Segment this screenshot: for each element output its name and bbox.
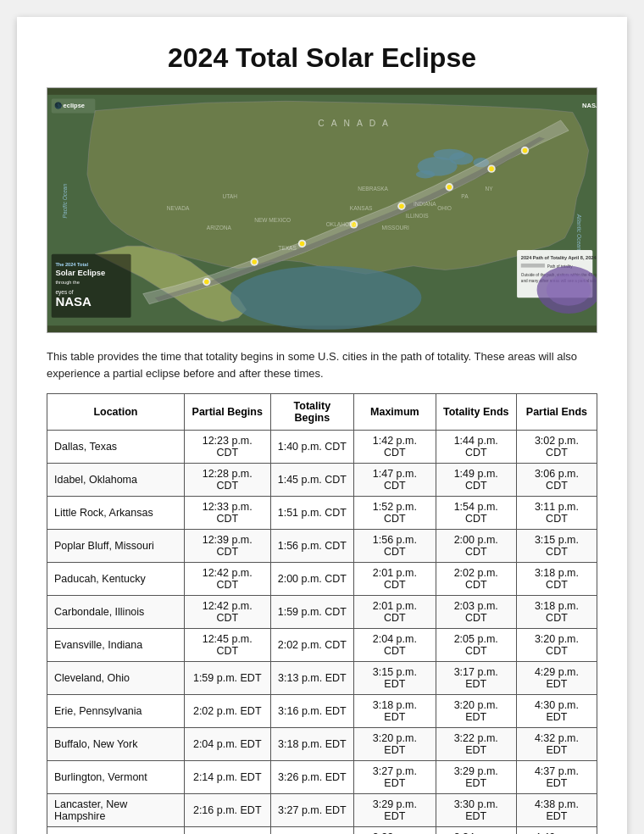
table-cell-0-5: 3:02 p.m. CDT	[516, 431, 597, 464]
table-cell-8-2: 3:16 p.m. EDT	[270, 695, 354, 728]
svg-point-18	[300, 242, 305, 247]
svg-text:Atlantic Ocean: Atlantic Ocean	[576, 214, 582, 251]
table-cell-4-0: Paducah, Kentucky	[47, 563, 185, 596]
table-cell-5-5: 3:18 p.m. CDT	[516, 596, 597, 629]
svg-text:INDIANA: INDIANA	[414, 201, 436, 207]
table-cell-9-2: 3:18 p.m. EDT	[270, 728, 354, 761]
table-row: Paducah, Kentucky12:42 p.m. CDT2:00 p.m.…	[47, 563, 597, 596]
col-header-maximum: Maximum	[354, 394, 436, 431]
table-cell-6-4: 2:05 p.m. CDT	[436, 629, 516, 662]
table-cell-4-3: 2:01 p.m. CDT	[354, 563, 436, 596]
table-cell-2-4: 1:54 p.m. CDT	[436, 497, 516, 530]
table-row: Poplar Bluff, Missouri12:39 p.m. CDT1:56…	[47, 530, 597, 563]
table-cell-6-5: 3:20 p.m. CDT	[516, 629, 597, 662]
svg-text:through the: through the	[55, 280, 79, 285]
table-cell-6-3: 2:04 p.m. CDT	[354, 629, 436, 662]
svg-point-24	[447, 185, 452, 190]
table-cell-12-2: 3:32 p.m. EDT	[270, 827, 354, 835]
table-cell-8-1: 2:02 p.m. EDT	[184, 695, 270, 728]
table-cell-9-0: Buffalo, New York	[47, 728, 185, 761]
table-cell-2-5: 3:11 p.m. CDT	[516, 497, 597, 530]
col-header-partial-begins: Partial Begins	[184, 394, 270, 431]
table-cell-7-4: 3:17 p.m. EDT	[436, 662, 516, 695]
description-text: This table provides the time that totali…	[47, 348, 597, 381]
table-cell-12-5: 4:40 p.m. EDT	[516, 827, 597, 835]
table-cell-3-5: 3:15 p.m. CDT	[516, 530, 597, 563]
table-cell-1-1: 12:28 p.m. CDT	[184, 464, 270, 497]
table-row: Evansville, Indiana12:45 p.m. CDT2:02 p.…	[47, 629, 597, 662]
svg-point-4	[433, 149, 465, 160]
table-cell-5-2: 1:59 p.m. CDT	[270, 596, 354, 629]
svg-text:NEVADA: NEVADA	[167, 205, 190, 211]
table-cell-2-2: 1:51 p.m. CDT	[270, 497, 354, 530]
page-title: 2024 Total Solar Eclipse	[47, 42, 597, 74]
svg-text:The 2024 Total: The 2024 Total	[55, 262, 88, 267]
svg-text:NY: NY	[486, 186, 494, 192]
svg-text:TEXAS: TEXAS	[278, 245, 297, 251]
table-row: Cleveland, Ohio1:59 p.m. EDT3:13 p.m. ED…	[47, 662, 597, 695]
svg-text:NASA: NASA	[582, 102, 597, 109]
svg-point-16	[252, 259, 257, 264]
table-cell-3-0: Poplar Bluff, Missouri	[47, 530, 185, 563]
svg-point-26	[489, 166, 494, 171]
svg-point-8	[230, 266, 421, 330]
table-cell-10-2: 3:26 p.m. EDT	[270, 761, 354, 794]
eclipse-map: Pacific Ocean Atlantic Ocean	[47, 87, 597, 333]
svg-rect-40	[521, 264, 545, 268]
table-cell-1-3: 1:47 p.m. CDT	[354, 464, 436, 497]
table-cell-3-3: 1:56 p.m. CDT	[354, 530, 436, 563]
table-cell-0-0: Dallas, Texas	[47, 431, 185, 464]
table-cell-7-2: 3:13 p.m. EDT	[270, 662, 354, 695]
svg-text:NASA: NASA	[55, 294, 92, 309]
table-cell-11-3: 3:29 p.m. EDT	[354, 794, 436, 827]
table-cell-11-0: Lancaster, New Hampshire	[47, 794, 185, 827]
table-cell-0-2: 1:40 p.m. CDT	[270, 431, 354, 464]
table-row: Lancaster, New Hampshire2:16 p.m. EDT3:2…	[47, 794, 597, 827]
table-cell-6-0: Evansville, Indiana	[47, 629, 185, 662]
table-row: Caribou, Maine2:22 p.m. EDT3:32 p.m. EDT…	[47, 827, 597, 835]
col-header-partial-ends: Partial Ends	[516, 394, 597, 431]
table-cell-12-3: 3:33 p.m. EDT	[354, 827, 436, 835]
table-cell-10-1: 2:14 p.m. EDT	[184, 761, 270, 794]
svg-text:ARIZONA: ARIZONA	[207, 225, 232, 231]
table-header-row: Location Partial Begins Totality Begins …	[47, 394, 597, 431]
table-row: Little Rock, Arkansas12:33 p.m. CDT1:51 …	[47, 497, 597, 530]
col-header-totality-ends: Totality Ends	[436, 394, 516, 431]
table-row: Burlington, Vermont2:14 p.m. EDT3:26 p.m…	[47, 761, 597, 794]
svg-point-28	[523, 148, 528, 153]
table-cell-2-3: 1:52 p.m. CDT	[354, 497, 436, 530]
table-cell-8-3: 3:18 p.m. EDT	[354, 695, 436, 728]
table-cell-3-4: 2:00 p.m. CDT	[436, 530, 516, 563]
table-cell-11-5: 4:38 p.m. EDT	[516, 794, 597, 827]
svg-text:KANSAS: KANSAS	[350, 205, 373, 211]
table-cell-3-1: 12:39 p.m. CDT	[184, 530, 270, 563]
table-cell-4-2: 2:00 p.m. CDT	[270, 563, 354, 596]
svg-point-14	[204, 280, 209, 285]
col-header-location: Location	[47, 394, 185, 431]
svg-text:Solar Eclipse: Solar Eclipse	[55, 268, 105, 277]
table-row: Idabel, Oklahoma12:28 p.m. CDT1:45 p.m. …	[47, 464, 597, 497]
col-header-totality-begins: Totality Begins	[270, 394, 354, 431]
table-cell-2-1: 12:33 p.m. CDT	[184, 497, 270, 530]
table-cell-6-1: 12:45 p.m. CDT	[184, 629, 270, 662]
svg-text:2024 Path of Totality April 8,: 2024 Path of Totality April 8, 2024	[521, 255, 597, 260]
table-cell-8-5: 4:30 p.m. EDT	[516, 695, 597, 728]
table-cell-12-4: 3:34 p.m. EDT	[436, 827, 516, 835]
page: 2024 Total Solar Eclipse Pacific Ocean A…	[17, 17, 627, 834]
table-cell-5-3: 2:01 p.m. CDT	[354, 596, 436, 629]
table-cell-11-1: 2:16 p.m. EDT	[184, 794, 270, 827]
svg-text:🌑 eclipse: 🌑 eclipse	[54, 102, 86, 109]
table-cell-9-5: 4:32 p.m. EDT	[516, 728, 597, 761]
table-cell-2-0: Little Rock, Arkansas	[47, 497, 185, 530]
table-cell-10-4: 3:29 p.m. EDT	[436, 761, 516, 794]
svg-text:UTAH: UTAH	[223, 193, 238, 199]
table-cell-1-0: Idabel, Oklahoma	[47, 464, 185, 497]
table-cell-6-2: 2:02 p.m. CDT	[270, 629, 354, 662]
table-row: Buffalo, New York2:04 p.m. EDT3:18 p.m. …	[47, 728, 597, 761]
table-cell-10-0: Burlington, Vermont	[47, 761, 185, 794]
table-cell-0-1: 12:23 p.m. CDT	[184, 431, 270, 464]
table-cell-5-0: Carbondale, Illinois	[47, 596, 185, 629]
table-cell-11-2: 3:27 p.m. EDT	[270, 794, 354, 827]
svg-point-6	[416, 170, 436, 178]
table-cell-4-4: 2:02 p.m. CDT	[436, 563, 516, 596]
